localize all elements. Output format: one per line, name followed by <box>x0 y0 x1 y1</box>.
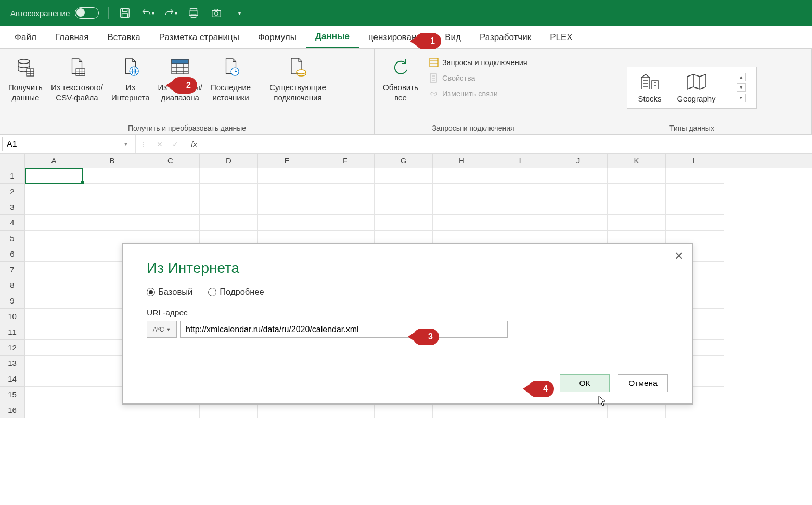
save-icon[interactable] <box>118 6 132 20</box>
redo-icon[interactable]: ▾ <box>164 6 177 20</box>
radio-advanced[interactable]: Подробнее <box>208 287 264 297</box>
row-header[interactable]: 14 <box>0 371 25 387</box>
column-header[interactable]: L <box>666 154 724 168</box>
cell[interactable] <box>258 199 316 215</box>
cell[interactable] <box>25 293 83 309</box>
cell[interactable] <box>25 387 83 402</box>
ok-button[interactable]: ОК <box>560 374 610 392</box>
name-box-dropdown-icon[interactable]: ▼ <box>123 141 128 147</box>
gallery-down-icon[interactable]: ▼ <box>737 83 746 92</box>
row-header[interactable]: 10 <box>0 309 25 324</box>
column-header[interactable]: E <box>258 154 316 168</box>
column-header[interactable]: H <box>433 154 491 168</box>
cell[interactable] <box>433 199 491 215</box>
gallery-scroll[interactable]: ▲ ▼ ▾ <box>737 73 746 102</box>
cell[interactable] <box>83 184 141 199</box>
cell[interactable] <box>83 402 141 418</box>
cell[interactable] <box>666 402 724 418</box>
cell[interactable] <box>491 168 549 184</box>
cell[interactable] <box>375 402 433 418</box>
cell[interactable] <box>666 215 724 231</box>
cell[interactable] <box>25 246 83 262</box>
row-header[interactable]: 12 <box>0 340 25 356</box>
tab-home[interactable]: Главная <box>46 27 98 48</box>
cell[interactable] <box>25 184 83 199</box>
cell[interactable] <box>83 199 141 215</box>
cell[interactable] <box>549 168 608 184</box>
stocks-type[interactable]: Stocks <box>638 72 661 103</box>
row-header[interactable]: 1 <box>0 168 25 184</box>
row-header[interactable]: 4 <box>0 215 25 231</box>
cell[interactable] <box>258 215 316 231</box>
cell[interactable] <box>491 402 549 418</box>
cell[interactable] <box>25 340 83 356</box>
row-header[interactable]: 9 <box>0 293 25 309</box>
column-header[interactable]: F <box>316 154 375 168</box>
column-header[interactable]: D <box>200 154 258 168</box>
cell[interactable] <box>25 371 83 387</box>
cell[interactable] <box>83 215 141 231</box>
cell[interactable] <box>258 184 316 199</box>
cell[interactable] <box>549 215 608 231</box>
cell[interactable] <box>608 215 666 231</box>
cell[interactable] <box>258 402 316 418</box>
cell[interactable] <box>433 215 491 231</box>
tab-plex[interactable]: PLEX <box>540 27 582 48</box>
cell[interactable] <box>666 199 724 215</box>
column-header[interactable]: I <box>491 154 549 168</box>
tab-insert[interactable]: Вставка <box>98 27 150 48</box>
tab-pagelayout[interactable]: Разметка страницы <box>150 27 249 48</box>
cell[interactable] <box>200 184 258 199</box>
row-header[interactable]: 15 <box>0 387 25 402</box>
from-csv-button[interactable]: Из текстового/ CSV-файла <box>48 53 106 105</box>
tab-developer[interactable]: Разработчик <box>470 27 540 48</box>
row-header[interactable]: 8 <box>0 277 25 293</box>
cell[interactable] <box>316 215 375 231</box>
tab-data[interactable]: Данные <box>306 26 359 48</box>
cell[interactable] <box>375 184 433 199</box>
existing-connections-button[interactable]: Существующие подключения <box>266 53 329 105</box>
select-all-corner[interactable] <box>0 154 25 168</box>
cell[interactable] <box>608 168 666 184</box>
row-header[interactable]: 3 <box>0 199 25 215</box>
cell[interactable] <box>200 199 258 215</box>
queries-connections-button[interactable]: Запросы и подключения <box>426 55 531 70</box>
cell[interactable] <box>433 184 491 199</box>
cell[interactable] <box>375 168 433 184</box>
from-web-button[interactable]: Из Интернета <box>108 53 153 105</box>
column-header[interactable]: J <box>549 154 608 168</box>
row-header[interactable]: 11 <box>0 324 25 340</box>
cell[interactable] <box>375 199 433 215</box>
cell[interactable] <box>375 215 433 231</box>
cell[interactable] <box>316 402 375 418</box>
cell[interactable] <box>666 184 724 199</box>
row-header[interactable]: 13 <box>0 356 25 371</box>
formula-input[interactable] <box>204 135 812 153</box>
cancel-button[interactable]: Отмена <box>618 374 668 392</box>
print-icon[interactable] <box>187 6 200 20</box>
cell[interactable] <box>608 402 666 418</box>
undo-dropdown-icon[interactable]: ▾ <box>152 10 154 16</box>
cell[interactable] <box>141 215 200 231</box>
redo-dropdown-icon[interactable]: ▾ <box>175 10 177 16</box>
cell[interactable] <box>83 168 141 184</box>
cell[interactable] <box>666 168 724 184</box>
column-header[interactable]: A <box>25 154 83 168</box>
recent-sources-button[interactable]: Последние источники <box>208 53 254 105</box>
close-button[interactable]: ✕ <box>674 249 684 263</box>
toggle-switch[interactable] <box>75 7 99 19</box>
cell[interactable] <box>141 184 200 199</box>
abc-datatype-button[interactable]: AᴮC ▼ <box>147 321 177 338</box>
gallery-more-icon[interactable]: ▾ <box>737 94 746 102</box>
cell[interactable] <box>25 231 83 246</box>
cell[interactable] <box>25 168 83 184</box>
url-input[interactable] <box>180 321 508 338</box>
camera-icon[interactable] <box>210 6 223 20</box>
refresh-all-button[interactable]: Обновить все <box>380 53 421 105</box>
cell[interactable] <box>200 168 258 184</box>
cell[interactable] <box>25 324 83 340</box>
cell[interactable] <box>200 402 258 418</box>
cell[interactable] <box>25 262 83 277</box>
cell[interactable] <box>25 402 83 418</box>
row-header[interactable]: 16 <box>0 402 25 418</box>
